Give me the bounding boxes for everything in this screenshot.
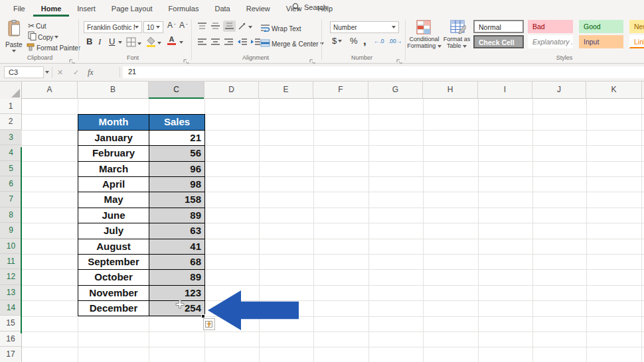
cell-C13[interactable]: 123 <box>149 286 205 301</box>
row-header-6[interactable]: 6 <box>0 176 22 192</box>
font-color-dropdown-icon[interactable] <box>179 41 183 44</box>
row-header-5[interactable]: 5 <box>0 161 22 176</box>
column-header-b[interactable]: B <box>78 82 149 99</box>
column-header-d[interactable]: D <box>204 82 259 99</box>
row-header-17[interactable]: 17 <box>0 347 22 362</box>
cell-C10[interactable]: 41 <box>149 239 205 255</box>
format-painter-button[interactable]: Format Painter <box>27 42 80 54</box>
cell-C11[interactable]: 68 <box>149 255 205 270</box>
column-header-h[interactable]: H <box>423 82 478 99</box>
fill-handle[interactable] <box>201 314 205 318</box>
column-header-j[interactable]: J <box>532 82 586 99</box>
cut-button[interactable]: ✂ Cut <box>28 21 46 30</box>
row-header-16[interactable]: 16 <box>0 332 22 347</box>
top-align-button[interactable] <box>197 22 207 30</box>
insert-function-icon[interactable]: fx <box>88 66 94 78</box>
row-header-12[interactable]: 12 <box>0 269 22 284</box>
cell-C6[interactable]: 98 <box>149 177 205 192</box>
column-header-g[interactable]: G <box>368 82 423 99</box>
row-header-14[interactable]: 14 <box>0 300 22 316</box>
cell-C12[interactable]: 89 <box>149 270 205 285</box>
align-center-button[interactable] <box>210 38 220 46</box>
borders-button[interactable] <box>126 37 141 50</box>
cell-B9[interactable]: July <box>78 223 149 239</box>
select-all-corner[interactable] <box>0 82 22 99</box>
style-normal[interactable]: Normal <box>473 20 524 33</box>
clipboard-dialog-launcher-icon[interactable] <box>69 56 76 62</box>
column-header-a[interactable]: A <box>22 82 78 99</box>
align-right-button[interactable] <box>224 38 234 46</box>
formula-input[interactable]: 21 <box>123 66 644 78</box>
underline-dropdown-icon[interactable] <box>118 41 122 44</box>
orientation-button[interactable] <box>238 21 252 33</box>
tab-review[interactable]: Review <box>238 1 278 17</box>
tab-insert[interactable]: Insert <box>69 1 104 17</box>
format-as-table-button[interactable]: Format as Table <box>441 36 473 49</box>
font-size-combo[interactable]: 10 <box>143 21 163 33</box>
merge-center-button[interactable]: Merge & Center <box>260 38 324 50</box>
column-header-e[interactable]: E <box>259 82 313 99</box>
style-bad[interactable]: Bad <box>528 20 573 33</box>
style-linked-cell[interactable]: Linked Cell <box>629 35 644 48</box>
increase-indent-button[interactable] <box>250 38 261 46</box>
align-left-button[interactable] <box>197 38 207 46</box>
column-header-c[interactable]: C <box>149 82 204 99</box>
style-explanatory[interactable]: Explanatory ... <box>528 35 573 48</box>
cell-C4[interactable]: 56 <box>149 146 205 161</box>
cell-C2-sales-header[interactable]: Sales <box>149 115 205 130</box>
cell-B14[interactable]: December <box>78 301 149 316</box>
middle-align-button[interactable] <box>210 22 220 30</box>
column-header-i[interactable]: I <box>478 82 532 99</box>
percent-style-button[interactable]: % <box>350 36 358 46</box>
cell-C5[interactable]: 96 <box>149 162 205 177</box>
bold-button[interactable]: B <box>86 36 92 46</box>
comma-style-button[interactable]: , <box>363 34 366 48</box>
row-header-15[interactable]: 15 <box>0 316 22 331</box>
cell-C9[interactable]: 63 <box>149 223 205 239</box>
cell-B2-month-header[interactable]: Month <box>78 115 149 130</box>
alignment-dialog-launcher-icon[interactable] <box>309 56 316 62</box>
font-name-combo[interactable]: Franklin Gothic Me <box>84 21 142 33</box>
fill-color-button[interactable] <box>146 36 161 50</box>
cell-B12[interactable]: October <box>78 270 149 285</box>
tab-formulas[interactable]: Formulas <box>161 1 207 17</box>
cell-B10[interactable]: August <box>78 239 149 255</box>
cell-B4[interactable]: February <box>78 146 149 161</box>
cell-C7[interactable]: 158 <box>149 192 205 208</box>
style-neutral[interactable]: Neutral <box>629 20 644 33</box>
row-header-10[interactable]: 10 <box>0 239 22 254</box>
cell-B11[interactable]: September <box>78 255 149 270</box>
quick-analysis-button[interactable] <box>203 318 215 330</box>
decrease-indent-button[interactable] <box>237 38 248 46</box>
row-header-11[interactable]: 11 <box>0 254 22 269</box>
column-header-k[interactable]: K <box>586 82 642 99</box>
cell-B13[interactable]: November <box>78 286 149 301</box>
tab-data[interactable]: Data <box>206 1 238 17</box>
font-dialog-launcher-icon[interactable] <box>183 56 190 62</box>
underline-button[interactable]: U <box>109 36 115 46</box>
style-input[interactable]: Input <box>579 35 623 48</box>
wrap-text-button[interactable]: Wrap Text <box>260 23 301 34</box>
search-box[interactable]: Search <box>292 3 327 12</box>
tab-page-layout[interactable]: Page Layout <box>104 1 161 17</box>
row-header-8[interactable]: 8 <box>0 208 22 223</box>
row-header-7[interactable]: 7 <box>0 192 22 207</box>
name-box[interactable]: C3 <box>4 66 44 78</box>
row-header-3[interactable]: 3 <box>0 130 22 145</box>
tab-home[interactable]: Home <box>33 1 70 17</box>
decrease-decimal-button[interactable]: .00→ <box>388 38 402 44</box>
cell-C3-active[interactable]: 21 <box>149 131 205 146</box>
grow-font-button[interactable]: Aˆ <box>167 21 176 30</box>
tab-file[interactable]: File <box>5 1 33 17</box>
cell-B6[interactable]: April <box>78 177 149 192</box>
bottom-align-button[interactable] <box>223 21 236 32</box>
row-header-4[interactable]: 4 <box>0 145 22 160</box>
name-box-dropdown-icon[interactable] <box>45 71 49 74</box>
cell-B7[interactable]: May <box>78 192 149 208</box>
row-header-2[interactable]: 2 <box>0 114 22 129</box>
style-good[interactable]: Good <box>579 20 623 33</box>
number-dialog-launcher-icon[interactable] <box>396 56 403 62</box>
conditional-formatting-button[interactable]: Conditional Formatting <box>405 36 443 49</box>
column-header-f[interactable]: F <box>313 82 368 99</box>
cell-C8[interactable]: 89 <box>149 208 205 223</box>
